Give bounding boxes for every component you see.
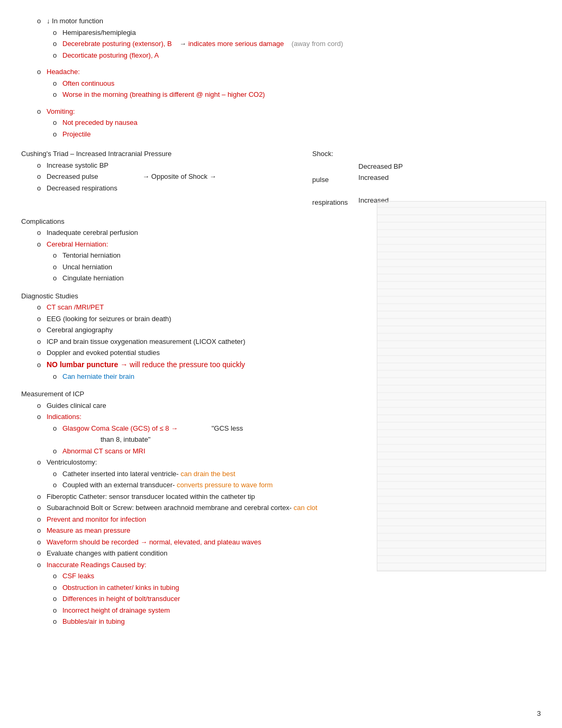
shock-labels: pulse respirations — [312, 163, 348, 209]
worse-morning: Worse in the morning (breathing is diffe… — [21, 89, 541, 100]
decerebrate-item: Decerebrate posturing (extensor), B → in… — [21, 39, 541, 49]
csf-leaks: CSF leaks — [21, 571, 541, 581]
cushings-block: Cushing's Triad – Increased Intracranial… — [21, 149, 307, 209]
page-number: 3 — [537, 709, 541, 717]
cushings-shock-section: Cushing's Triad – Increased Intracranial… — [21, 149, 541, 209]
shock-title: Shock: — [312, 149, 541, 159]
headache-section: Headache: Often continuous Worse in the … — [21, 67, 541, 100]
hemiparesis-item: Hemiparesis/hemiplegia — [21, 28, 541, 38]
increase-systolic: Increase systolic BP — [21, 160, 307, 171]
motor-function-section: ↓ In motor function Hemiparesis/hemipleg… — [21, 16, 541, 60]
motor-bullet: ↓ In motor function — [21, 16, 541, 26]
headache-bullet: Headache: — [21, 67, 541, 77]
projectile: Projectile — [21, 129, 541, 140]
decreased-resp: Decreased respirations — [21, 183, 307, 194]
often-continuous: Often continuous — [21, 78, 541, 89]
image-placeholder — [377, 201, 546, 571]
shock-block: Shock: pulse respirations Decreased BP I… — [307, 149, 541, 209]
incorrect-height: Incorrect height of drainage system — [21, 605, 541, 616]
decreased-pulse: Decreased pulse → Opposite of Shock → — [21, 171, 307, 182]
not-preceded-nausea: Not preceded by nausea — [21, 117, 541, 128]
vomiting-bullet: Vomiting: — [21, 106, 541, 117]
vomiting-section: Vomiting: Not preceded by nausea Project… — [21, 106, 541, 140]
cushings-title: Cushing's Triad – Increased Intracranial… — [21, 149, 307, 159]
height-difference: Differences in height of bolt/transducer — [21, 594, 541, 604]
decorticate-item: Decorticate posturing (flexor), A — [21, 50, 541, 61]
obstruction-catheter: Obstruction in catheter/ kinks in tubing — [21, 583, 541, 593]
bubbles-air: Bubbles/air in tubing — [21, 616, 541, 627]
